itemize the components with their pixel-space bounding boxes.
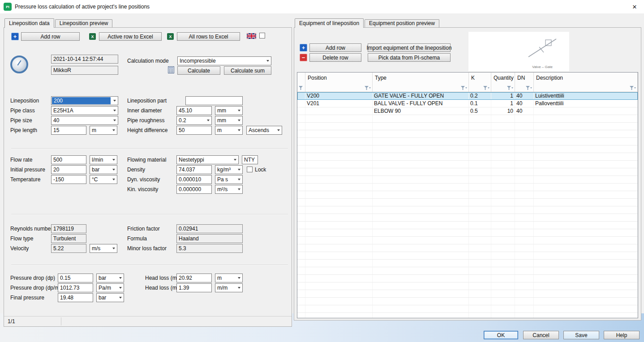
pipe-roughness-combo[interactable]: 0.2 <box>176 116 212 125</box>
table-row[interactable]: V201BALL VALVE - FULLY OPEN0.1140Pallove… <box>297 100 638 107</box>
table-row-empty[interactable] <box>297 229 638 237</box>
add-row-icon[interactable]: + <box>11 33 19 40</box>
kin-viscosity-field[interactable]: 0.000000 <box>176 185 212 194</box>
table-row-empty[interactable] <box>297 275 638 282</box>
lineposition-part-field[interactable] <box>185 96 243 105</box>
ok-button[interactable]: OK <box>484 331 518 339</box>
table-row-empty[interactable] <box>297 199 638 206</box>
pick-data-button[interactable]: Pick data from PI-schema <box>368 53 451 62</box>
add-row-icon[interactable]: + <box>300 44 307 51</box>
column-header-quantity[interactable]: Quantity <box>491 73 515 92</box>
lock-checkbox[interactable] <box>247 167 253 172</box>
chevron-down-icon[interactable] <box>111 97 118 105</box>
column-header-type[interactable]: Type <box>373 73 469 92</box>
final-pressure-field[interactable]: 19.48 <box>58 293 93 302</box>
tab-equipment-position-preview[interactable]: Equipment position preview <box>365 19 439 27</box>
chevron-down-icon[interactable] <box>117 284 124 292</box>
table-row-empty[interactable] <box>297 191 638 199</box>
language-checkbox[interactable] <box>259 33 265 38</box>
lineposition-combo[interactable]: 200 <box>51 96 118 105</box>
filter-icon[interactable] <box>365 86 371 90</box>
pipe-roughness-unit-combo[interactable]: mm <box>215 116 243 125</box>
table-row-empty[interactable] <box>297 184 638 191</box>
table-row-empty[interactable] <box>297 237 638 244</box>
final-pressure-unit-combo[interactable]: bar <box>96 293 124 302</box>
pressure-drop-dpm-unit-combo[interactable]: Pa/m <box>96 283 124 292</box>
save-button[interactable]: Save <box>563 331 599 339</box>
flow-rate-field[interactable]: 500 <box>51 155 86 164</box>
column-header-position[interactable]: Position <box>305 73 373 92</box>
delete-row-icon[interactable]: − <box>300 54 307 61</box>
cancel-button[interactable]: Cancel <box>523 331 559 339</box>
table-row-empty[interactable] <box>297 153 638 161</box>
calculation-mode-combo[interactable]: Incompressible <box>177 56 271 65</box>
chevron-down-icon[interactable] <box>236 175 242 184</box>
table-row-empty[interactable] <box>297 298 638 305</box>
pipe-size-combo[interactable]: 40 <box>51 116 118 125</box>
close-icon[interactable]: ✕ <box>631 3 639 11</box>
filter-icon[interactable] <box>630 86 636 90</box>
initial-pressure-field[interactable]: 20 <box>51 165 86 174</box>
equipment-add-row-button[interactable]: Add row <box>309 43 361 52</box>
chevron-down-icon[interactable] <box>111 116 118 124</box>
chevron-down-icon[interactable] <box>232 156 238 164</box>
chevron-down-icon[interactable] <box>236 274 242 282</box>
filter-icon[interactable] <box>461 86 467 90</box>
column-header-description[interactable]: Description <box>534 73 638 92</box>
pressure-drop-dpm-field[interactable]: 1012.73 <box>58 283 93 292</box>
table-row-empty[interactable] <box>297 244 638 252</box>
flow-rate-unit-combo[interactable]: l/min <box>90 155 117 164</box>
calculate-sum-button[interactable]: Calculate sum <box>224 66 271 75</box>
add-row-button[interactable]: Add row <box>21 32 80 41</box>
chevron-down-icon[interactable] <box>236 166 242 174</box>
height-difference-field[interactable]: 50 <box>176 126 212 135</box>
filter-icon[interactable] <box>299 86 303 90</box>
equipment-delete-row-button[interactable]: Delete row <box>309 53 361 62</box>
table-row-empty[interactable] <box>297 145 638 153</box>
pipe-class-combo[interactable]: E25H1A <box>51 106 118 115</box>
table-row-empty[interactable] <box>297 313 638 318</box>
pressure-drop-dp-field[interactable]: 0.15 <box>58 274 93 282</box>
table-row-empty[interactable] <box>297 123 638 130</box>
table-row-empty[interactable] <box>297 161 638 168</box>
table-row-empty[interactable] <box>297 168 638 176</box>
import-equipment-button[interactable]: Import equipment of the lineposition <box>368 43 451 52</box>
table-row-empty[interactable] <box>297 290 638 298</box>
chevron-down-icon[interactable] <box>236 116 242 124</box>
dyn-viscosity-unit-combo[interactable]: Pa s <box>215 175 243 184</box>
column-header-k[interactable]: K <box>469 73 491 92</box>
tab-lineposition-data[interactable]: Lineposition data <box>4 18 54 28</box>
chevron-down-icon[interactable] <box>264 57 271 65</box>
chevron-down-icon[interactable] <box>236 185 242 193</box>
density-unit-combo[interactable]: kg/m³ <box>215 165 243 174</box>
chevron-down-icon[interactable] <box>111 107 118 115</box>
tab-lineposition-preview[interactable]: Lineposition preview <box>55 19 113 27</box>
chevron-down-icon[interactable] <box>110 166 117 174</box>
kin-viscosity-unit-combo[interactable]: m²/s <box>215 185 243 194</box>
table-row-empty[interactable] <box>297 222 638 229</box>
chevron-down-icon[interactable] <box>236 107 242 115</box>
table-row-empty[interactable] <box>297 130 638 138</box>
table-row[interactable]: ELBOW 900.51040 <box>297 107 638 115</box>
chevron-down-icon[interactable] <box>236 126 242 134</box>
pipe-length-unit-combo[interactable]: m <box>90 126 117 135</box>
head-loss-mm-field[interactable]: 1.39 <box>176 283 212 292</box>
chevron-down-icon[interactable] <box>110 126 117 134</box>
chevron-down-icon[interactable] <box>117 274 124 282</box>
height-direction-combo[interactable]: Ascends <box>246 126 282 135</box>
calculate-button[interactable]: Calculate <box>177 66 220 75</box>
dyn-viscosity-field[interactable]: 0.000010 <box>176 175 212 184</box>
velocity-unit-combo[interactable]: m/s <box>90 244 117 253</box>
head-loss-m-field[interactable]: 20.92 <box>176 274 212 282</box>
table-row-empty[interactable] <box>297 138 638 145</box>
chevron-down-icon[interactable] <box>110 156 117 164</box>
filter-icon[interactable] <box>526 86 532 90</box>
table-row[interactable]: V200GATE VALVE - FULLY OPEN0.2140Luistiv… <box>297 92 638 100</box>
inner-diameter-field[interactable]: 45.10 <box>176 106 212 115</box>
calculator-icon[interactable] <box>167 66 175 73</box>
temperature-unit-combo[interactable]: °C <box>90 175 117 184</box>
help-button[interactable]: Help <box>604 331 640 339</box>
head-loss-mm-unit-combo[interactable]: m/m <box>215 283 243 292</box>
table-row-empty[interactable] <box>297 206 638 214</box>
pipe-length-field[interactable]: 15 <box>51 126 86 135</box>
